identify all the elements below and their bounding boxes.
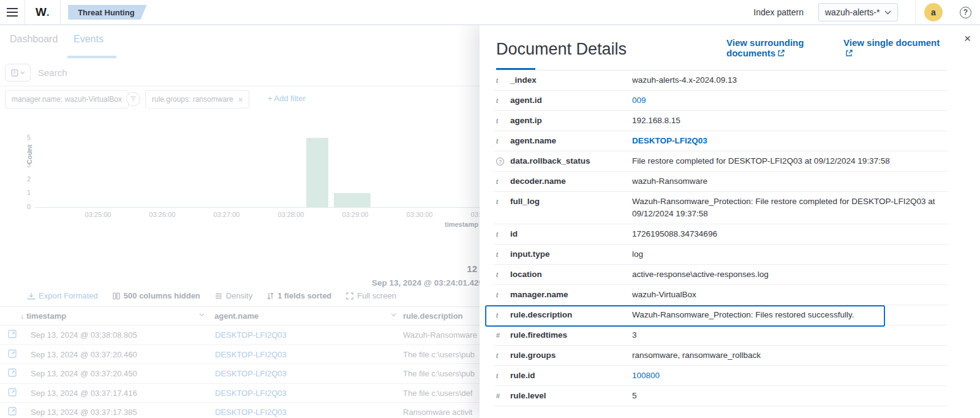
- nav-divider: [60, 0, 61, 25]
- document-field-row: # rule.firedtimes 3: [494, 325, 948, 346]
- chart-x-axis-label: timestamp: [445, 221, 478, 228]
- filter-pill-manager-name[interactable]: manager.name: wazuh-VirtualBox: [5, 90, 129, 108]
- field-value: Wazuh-Ransomware_Protection: File restor…: [632, 196, 944, 224]
- field-name: agent.name: [510, 136, 632, 146]
- document-field-row: t manager.name wazuh-VirtualBox: [494, 285, 948, 305]
- document-field-row: t location active-response\active-respon…: [494, 265, 948, 285]
- document-field-row: t full_log Wazuh-Ransomware_Protection: …: [494, 192, 948, 224]
- density-button[interactable]: Density: [215, 291, 252, 300]
- field-type-icon: ?: [496, 156, 510, 166]
- table-row: Sep 13, 2024 @ 03:38:08.805 DESKTOP-LFI2…: [0, 325, 480, 345]
- chevron-down-icon: [884, 10, 891, 15]
- remove-filter-icon[interactable]: ×: [238, 95, 243, 104]
- tab-events[interactable]: Events: [74, 34, 104, 45]
- table-row: Sep 13, 2024 @ 03:37:20.450 DESKTOP-LFI2…: [0, 364, 480, 384]
- document-field-row: t agent.ip 192.168.8.15: [494, 111, 948, 131]
- field-value: 5: [632, 390, 944, 406]
- cell-agent-name-link[interactable]: DESKTOP-LFI2Q03: [215, 330, 287, 340]
- tab-dashboard[interactable]: Dashboard: [10, 34, 58, 45]
- field-name: data.rollback_status: [510, 156, 632, 166]
- columns-hidden-button[interactable]: 500 columns hidden: [113, 291, 200, 300]
- table-row: Sep 13, 2024 @ 03:37:20.460 DESKTOP-LFI2…: [0, 345, 480, 365]
- sort-icon: [267, 292, 274, 300]
- field-value: 009: [632, 94, 944, 110]
- expand-document-icon[interactable]: [8, 330, 17, 338]
- hamburger-menu-icon[interactable]: [0, 0, 24, 25]
- document-field-row: # rule.level 5: [494, 386, 948, 406]
- cell-rule-description: The file c:\users\pub: [403, 350, 480, 359]
- flyout-title: Document Details: [496, 40, 627, 59]
- field-value: log: [632, 248, 944, 264]
- cell-agent-name-link[interactable]: DESKTOP-LFI2Q03: [215, 369, 287, 378]
- field-type-icon: t: [496, 270, 510, 279]
- x-tick-label: 03:27:00: [205, 211, 248, 218]
- field-name: rule.groups: [510, 351, 632, 360]
- filter-pill-rule-groups[interactable]: rule.groups: ransomware ×: [145, 90, 249, 108]
- cell-agent-name-link[interactable]: DESKTOP-LFI2Q03: [215, 408, 287, 417]
- export-formatted-button[interactable]: Export Formated: [28, 291, 98, 300]
- view-single-document-link[interactable]: View single document: [843, 37, 944, 58]
- field-name: manager.name: [510, 290, 632, 300]
- chart-x-axis-line: [34, 207, 480, 208]
- field-name: location: [510, 270, 632, 279]
- density-icon: [215, 292, 222, 300]
- cell-agent-name-link[interactable]: DESKTOP-LFI2Q03: [215, 350, 287, 359]
- wazuh-logo[interactable]: W.: [25, 6, 60, 19]
- x-tick-label: 03:25:00: [77, 211, 119, 218]
- fields-sorted-button[interactable]: 1 fields sorted: [267, 291, 331, 300]
- index-pattern-select[interactable]: wazuh-alerts-*: [818, 3, 898, 21]
- field-name: full_log: [510, 197, 632, 207]
- document-field-row: t rule.id 100800: [494, 366, 948, 386]
- cell-timestamp: Sep 13, 2024 @ 03:37:20.450: [31, 369, 137, 378]
- field-type-icon: t: [496, 136, 510, 146]
- filter-options-icon[interactable]: [126, 92, 140, 106]
- active-tab-indicator: [496, 68, 535, 70]
- document-field-row: t id 1726195088.34734696: [494, 224, 948, 245]
- sort-desc-icon: ↓: [20, 311, 24, 321]
- expand-document-icon[interactable]: [8, 388, 17, 397]
- breadcrumb[interactable]: Threat Hunting: [68, 5, 146, 20]
- avatar[interactable]: a: [924, 3, 943, 21]
- cell-timestamp: Sep 13, 2024 @ 03:37:17.385: [31, 408, 137, 417]
- field-value: active-response\active-responses.log: [632, 268, 944, 284]
- field-name: rule.description: [510, 310, 632, 320]
- field-value: 1726195088.34734696: [632, 228, 944, 244]
- chevron-down-icon: [391, 313, 396, 317]
- external-link-icon: [778, 50, 785, 56]
- field-value: 3: [632, 329, 944, 345]
- help-icon[interactable]: ?: [960, 7, 971, 18]
- cell-rule-description: The file c:\users\def: [403, 389, 480, 398]
- cell-agent-name-link[interactable]: DESKTOP-LFI2Q03: [215, 389, 287, 398]
- chart-bar: [334, 193, 371, 207]
- cell-rule-description: The file c:\users\pub: [403, 369, 480, 378]
- hits-count: 12: [467, 264, 477, 274]
- field-value: 100800: [632, 370, 944, 386]
- column-header-timestamp[interactable]: ↓ timestamp: [20, 311, 66, 321]
- saved-query-menu-button[interactable]: [5, 64, 31, 82]
- field-type-icon: t: [496, 75, 510, 85]
- table-toolbar: Export Formated 500 columns hidden Densi…: [28, 291, 396, 300]
- close-icon[interactable]: ×: [964, 32, 971, 44]
- field-type-icon: #: [496, 330, 510, 340]
- x-tick-label: 03:28:00: [270, 211, 312, 218]
- cell-timestamp: Sep 13, 2024 @ 03:37:17.416: [31, 389, 137, 398]
- add-filter-button[interactable]: + Add filter: [268, 94, 306, 103]
- field-type-icon: t: [496, 290, 510, 300]
- expand-document-icon[interactable]: [8, 368, 17, 377]
- document-field-row: t rule.groups ransomware, ransomware_rol…: [494, 346, 948, 366]
- column-header-rule-description[interactable]: rule.description: [403, 311, 463, 321]
- view-surrounding-documents-link[interactable]: View surrounding documents: [726, 37, 809, 58]
- full-screen-button[interactable]: Full screen: [346, 291, 396, 300]
- document-details-flyout: × Document Details View surrounding docu…: [480, 25, 980, 418]
- search-input[interactable]: [38, 64, 467, 82]
- expand-document-icon[interactable]: [8, 407, 17, 416]
- expand-document-icon[interactable]: [8, 349, 17, 358]
- field-type-icon: t: [496, 96, 510, 105]
- cell-rule-description: Ransomware activit: [403, 408, 480, 417]
- index-pattern-label: Index pattern: [753, 7, 804, 17]
- column-header-agent-name[interactable]: agent.name: [214, 311, 258, 321]
- field-value: wazuh-Ransomware: [632, 175, 944, 191]
- field-type-icon: t: [496, 177, 510, 186]
- field-name: agent.ip: [510, 116, 632, 126]
- top-nav: W. Threat Hunting Index pattern wazuh-al…: [0, 0, 980, 25]
